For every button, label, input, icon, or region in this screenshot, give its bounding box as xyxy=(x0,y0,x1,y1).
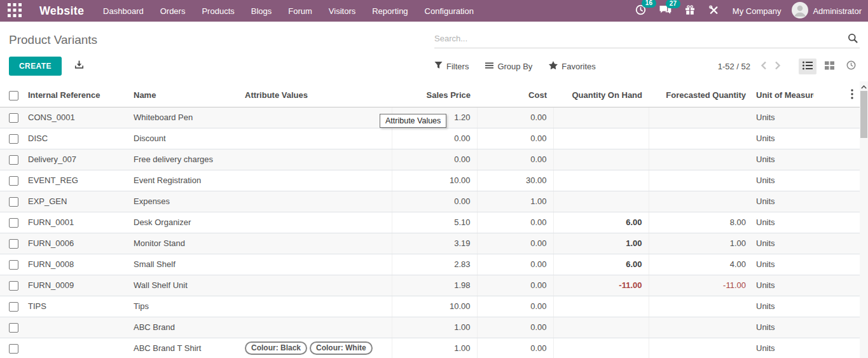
cell-name[interactable]: Tips xyxy=(131,296,242,317)
cell-quantity-on-hand[interactable]: -11.00 xyxy=(553,275,649,296)
cell-cost[interactable]: 0.00 xyxy=(477,338,553,358)
cell-quantity-on-hand[interactable]: 1.00 xyxy=(553,233,649,254)
cell-name[interactable]: ABC Brand T Shirt xyxy=(131,338,242,358)
cell-unit-of-measure[interactable]: Units xyxy=(752,212,814,233)
export-download-button[interactable] xyxy=(74,60,84,72)
cell-cost[interactable]: 0.00 xyxy=(477,317,553,338)
table-row[interactable]: FURN_0001Desk Organizer5.100.006.008.00U… xyxy=(0,212,860,233)
cell-name[interactable]: Event Registration xyxy=(131,170,242,191)
cell-quantity-on-hand[interactable] xyxy=(553,170,649,191)
table-row[interactable]: Delivery_007Free delivery charges0.000.0… xyxy=(0,149,860,170)
search-icon[interactable] xyxy=(848,33,858,46)
row-checkbox[interactable] xyxy=(9,323,18,333)
cell-internal-reference[interactable]: Delivery_007 xyxy=(25,149,131,170)
cell-unit-of-measure[interactable]: Units xyxy=(752,170,814,191)
tools-button[interactable] xyxy=(707,4,720,18)
header-unit-of-measure[interactable]: Unit of Measure xyxy=(752,84,814,107)
table-row[interactable]: ABC Brand1.000.00Units xyxy=(0,317,860,338)
cell-forecasted-quantity[interactable] xyxy=(649,128,752,149)
table-row[interactable]: DISCDiscount0.000.00Units xyxy=(0,128,860,149)
nav-item-blogs[interactable]: Blogs xyxy=(251,6,272,16)
cell-cost[interactable]: 0.00 xyxy=(477,128,553,149)
table-row[interactable]: EVENT_REGEvent Registration10.0030.00Uni… xyxy=(0,170,860,191)
messages-button[interactable]: 27 xyxy=(658,4,673,18)
cell-internal-reference[interactable] xyxy=(25,317,131,338)
nav-item-visitors[interactable]: Visitors xyxy=(329,6,355,16)
cell-cost[interactable]: 0.00 xyxy=(477,107,553,128)
cell-forecasted-quantity[interactable] xyxy=(649,317,752,338)
table-row[interactable]: FURN_0009Wall Shelf Unit1.980.00-11.00-1… xyxy=(0,275,860,296)
cell-sales-price[interactable]: 0.00 xyxy=(392,149,477,170)
cell-forecasted-quantity[interactable] xyxy=(649,107,752,128)
cell-attribute-values[interactable]: Colour: BlackColour: White xyxy=(242,338,392,358)
cell-cost[interactable]: 1.00 xyxy=(477,191,553,212)
cell-sales-price[interactable]: 5.10 xyxy=(392,212,477,233)
cell-attribute-values[interactable] xyxy=(242,128,392,149)
cell-internal-reference[interactable]: DISC xyxy=(25,128,131,149)
cell-quantity-on-hand[interactable] xyxy=(553,128,649,149)
header-quantity-on-hand[interactable]: Quantity On Hand xyxy=(553,84,649,107)
cell-attribute-values[interactable] xyxy=(242,191,392,212)
cell-quantity-on-hand[interactable]: 6.00 xyxy=(553,254,649,275)
cell-internal-reference[interactable]: FURN_0006 xyxy=(25,233,131,254)
filters-button[interactable]: Filters xyxy=(434,61,469,71)
activity-view-button[interactable] xyxy=(842,59,860,74)
cell-cost[interactable]: 0.00 xyxy=(477,275,553,296)
cell-sales-price[interactable]: 10.00 xyxy=(392,296,477,317)
vertical-scrollbar[interactable] xyxy=(860,81,868,358)
list-view-button[interactable] xyxy=(799,59,816,74)
cell-unit-of-measure[interactable]: Units xyxy=(752,338,814,358)
user-menu[interactable]: Administrator xyxy=(792,2,862,20)
table-row[interactable]: EXP_GENExpenses0.001.00Units xyxy=(0,191,860,212)
cell-quantity-on-hand[interactable]: 6.00 xyxy=(553,212,649,233)
cell-quantity-on-hand[interactable] xyxy=(553,149,649,170)
cell-cost[interactable]: 30.00 xyxy=(477,170,553,191)
nav-item-products[interactable]: Products xyxy=(202,6,234,16)
app-name[interactable]: Website xyxy=(39,4,84,18)
cell-cost[interactable]: 0.00 xyxy=(477,254,553,275)
row-checkbox[interactable] xyxy=(9,344,18,354)
row-checkbox[interactable] xyxy=(9,113,18,123)
cell-quantity-on-hand[interactable] xyxy=(553,338,649,358)
cell-forecasted-quantity[interactable] xyxy=(649,191,752,212)
row-checkbox[interactable] xyxy=(9,281,18,291)
cell-internal-reference[interactable]: CONS_0001 xyxy=(25,107,131,128)
row-checkbox[interactable] xyxy=(9,239,18,249)
select-all-checkbox[interactable] xyxy=(9,91,18,100)
cell-name[interactable]: ABC Brand xyxy=(131,317,242,338)
cell-cost[interactable]: 0.00 xyxy=(477,149,553,170)
cell-internal-reference[interactable]: FURN_0009 xyxy=(25,275,131,296)
nav-item-orders[interactable]: Orders xyxy=(160,6,186,16)
cell-cost[interactable]: 0.00 xyxy=(477,296,553,317)
cell-attribute-values[interactable] xyxy=(242,275,392,296)
apps-menu-button[interactable] xyxy=(0,0,29,22)
header-sales-price[interactable]: Sales Price xyxy=(392,84,477,107)
row-checkbox[interactable] xyxy=(9,218,18,228)
cell-forecasted-quantity[interactable]: -11.00 xyxy=(649,275,752,296)
cell-attribute-values[interactable] xyxy=(242,254,392,275)
cell-sales-price[interactable]: 1.00 xyxy=(392,338,477,358)
nav-item-reporting[interactable]: Reporting xyxy=(372,6,408,16)
pager-previous-button[interactable] xyxy=(759,60,768,73)
favorites-button[interactable]: Favorites xyxy=(549,61,595,71)
cell-name[interactable]: Wall Shelf Unit xyxy=(131,275,242,296)
scrollbar-thumb[interactable] xyxy=(860,91,867,138)
kanban-view-button[interactable] xyxy=(820,59,838,74)
cell-sales-price[interactable]: 2.83 xyxy=(392,254,477,275)
cell-forecasted-quantity[interactable] xyxy=(649,296,752,317)
cell-forecasted-quantity[interactable] xyxy=(649,170,752,191)
cell-attribute-values[interactable] xyxy=(242,149,392,170)
cell-name[interactable]: Small Shelf xyxy=(131,254,242,275)
cell-name[interactable]: Whiteboard Pen xyxy=(131,107,242,128)
cell-unit-of-measure[interactable]: Units xyxy=(752,128,814,149)
header-name[interactable]: Name xyxy=(131,84,242,107)
cell-attribute-values[interactable] xyxy=(242,233,392,254)
cell-internal-reference[interactable]: EVENT_REG xyxy=(25,170,131,191)
table-row[interactable]: FURN_0006Monitor Stand3.190.001.001.00Un… xyxy=(0,233,860,254)
header-attribute-values[interactable]: Attribute Values xyxy=(242,84,392,107)
cell-quantity-on-hand[interactable] xyxy=(553,191,649,212)
cell-unit-of-measure[interactable]: Units xyxy=(752,149,814,170)
cell-unit-of-measure[interactable]: Units xyxy=(752,191,814,212)
cell-forecasted-quantity[interactable] xyxy=(649,338,752,358)
search-input[interactable] xyxy=(434,34,860,43)
